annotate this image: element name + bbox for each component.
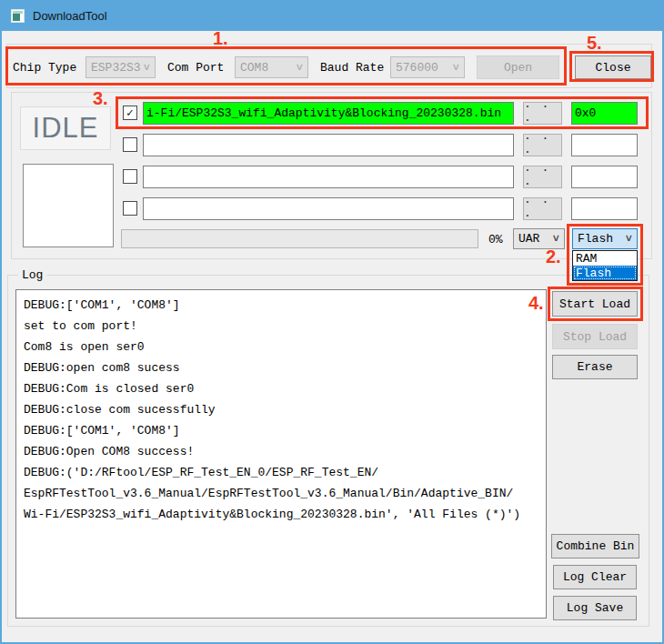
mode-dropdown-list: RAM Flash: [572, 250, 638, 281]
log-clear-button[interactable]: Log Clear: [553, 565, 637, 589]
bin-path-field-2[interactable]: [143, 134, 514, 156]
downloadtool-window: DownloadTool — ☐ ✕ Chip Type ESP32S3 ∨ C…: [0, 0, 664, 644]
annotation-label-step2: 2.: [546, 247, 561, 266]
mode-option-flash[interactable]: Flash: [573, 266, 637, 280]
mode-select[interactable]: Flash ∨: [572, 228, 638, 249]
annotation-label-step4: 4.: [528, 294, 544, 312]
mode-value: Flash: [578, 232, 613, 246]
app-icon: [11, 9, 25, 23]
log-group-label: Log: [18, 268, 46, 282]
erase-button[interactable]: Erase: [552, 355, 638, 379]
browse-button-2[interactable]: . . .: [523, 134, 562, 156]
baud-rate-value: 576000: [396, 61, 438, 75]
progress-percent: 0%: [488, 228, 503, 250]
chevron-down-icon: ∨: [452, 63, 460, 73]
chevron-down-icon: ∨: [143, 63, 151, 73]
offset-field-1[interactable]: 0x0: [571, 102, 638, 125]
browse-button-4[interactable]: . . .: [523, 197, 562, 220]
bin-file-checkbox-4[interactable]: [123, 201, 137, 216]
bin-path-field-1[interactable]: i-Fi/ESP32S3_wifi_Adaptivity&Blocking_20…: [143, 102, 514, 125]
com-port-label: Com Port: [167, 56, 224, 78]
start-load-button[interactable]: Start Load: [552, 291, 638, 317]
chip-type-label: Chip Type: [13, 56, 76, 78]
mode-option-ram[interactable]: RAM: [573, 251, 637, 266]
log-line: DEBUG:['COM1', 'COM8']: [24, 420, 542, 441]
baud-rate-label: Baud Rate: [320, 56, 384, 78]
browse-button-1[interactable]: . . .: [523, 102, 562, 125]
baud-rate-select[interactable]: 576000 ∨: [390, 56, 465, 78]
chevron-down-icon: ∨: [552, 234, 560, 244]
bin-path-field-4[interactable]: [143, 197, 514, 220]
annotation-label-step1: 1.: [213, 29, 228, 47]
bin-file-checkbox-2[interactable]: [123, 137, 137, 152]
offset-field-2[interactable]: [571, 134, 638, 156]
chevron-down-icon: ∨: [296, 63, 304, 73]
bin-file-checkbox-3[interactable]: [123, 169, 137, 184]
log-line: DEBUG:close com sucessfully: [24, 399, 542, 420]
preview-panel: [23, 164, 114, 247]
log-line: DEBUG:open com8 sucess: [24, 357, 542, 378]
log-line: DEBUG:Open COM8 success!: [24, 441, 542, 462]
window-title: DownloadTool: [33, 9, 107, 23]
stop-load-button[interactable]: Stop Load: [552, 324, 638, 349]
log-line: Wi-Fi/ESP32S3_wifi_Adaptivity&Blocking_2…: [24, 504, 542, 525]
chip-type-select[interactable]: ESP32S3 ∨: [86, 56, 156, 78]
status-idle: IDLE: [20, 106, 111, 150]
log-line: DEBUG:('D:/RFtool/ESP_RF_Test_EN_0/ESP_R…: [24, 462, 542, 483]
log-line: DEBUG:Com is closed ser0: [24, 378, 542, 399]
offset-field-3[interactable]: [571, 166, 638, 188]
bin-file-checkbox-1[interactable]: ✓: [123, 106, 137, 120]
log-output[interactable]: DEBUG:['COM1', 'COM8'] set to com port! …: [15, 289, 547, 619]
combine-bin-button[interactable]: Combine Bin: [551, 534, 639, 558]
check-icon: ✓: [126, 107, 134, 119]
browse-button-3[interactable]: . . .: [523, 166, 562, 188]
log-line: EspRFTestTool_v3.6_Manual/EspRFTestTool_…: [24, 483, 542, 504]
log-line: Com8 is open ser0: [24, 337, 542, 357]
com-port-value: COM8: [240, 61, 268, 75]
chevron-down-icon: ∨: [625, 234, 633, 244]
offset-field-4[interactable]: [571, 197, 638, 220]
titlebar: DownloadTool: [0, 0, 664, 31]
annotation-label-step5: 5.: [587, 34, 602, 52]
log-save-button[interactable]: Log Save: [553, 596, 637, 620]
log-line: set to com port!: [24, 316, 542, 337]
com-port-select[interactable]: COM8 ∨: [235, 56, 308, 78]
open-button[interactable]: Open: [477, 55, 559, 79]
annotation-label-step3: 3.: [93, 89, 108, 107]
chip-type-value: ESP32S3: [91, 61, 141, 75]
bin-path-field-3[interactable]: [143, 166, 514, 188]
log-line: DEBUG:['COM1', 'COM8']: [24, 295, 542, 316]
progress-bar: [121, 229, 478, 248]
uart-value: UAR: [518, 232, 539, 246]
close-button[interactable]: Close: [575, 55, 651, 79]
